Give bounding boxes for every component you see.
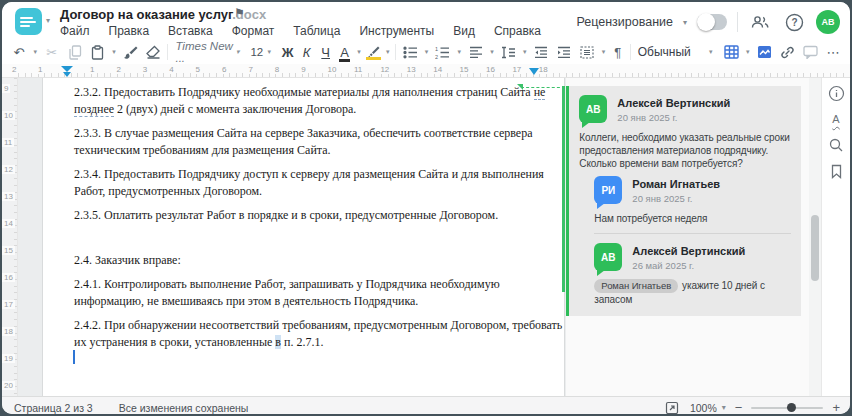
- menu-help[interactable]: Справка: [494, 24, 541, 38]
- bookmarks-button[interactable]: [825, 162, 847, 180]
- line-spacing-button[interactable]: [497, 41, 519, 63]
- font-size-select[interactable]: 12▾: [246, 42, 277, 62]
- paragraph-2-3-4: 2.3.4. Предоставить Подрядчику доступ к …: [74, 166, 552, 200]
- zoom-in-button[interactable]: +: [832, 401, 840, 414]
- header-right: Рецензирование ▾ ? АВ: [576, 10, 840, 34]
- mention-pill[interactable]: Роман Игнатьев: [594, 279, 678, 293]
- bullet-list-caret-icon[interactable]: ▾: [422, 48, 431, 56]
- ruler-number: 17: [2, 300, 15, 309]
- toolbar: ↶ ▾ ✂ ▾ Times New ...▾ 12▾ Ж К: [2, 40, 850, 64]
- font-color-caret-icon[interactable]: ▾: [355, 48, 364, 56]
- flag-icon[interactable]: ⚑: [234, 6, 245, 20]
- font-family-select[interactable]: Times New ...▾: [171, 42, 245, 62]
- ruler-number: 20: [2, 381, 15, 390]
- increase-indent-button[interactable]: [553, 41, 575, 63]
- cut-button[interactable]: ✂: [41, 41, 63, 63]
- highlight-button[interactable]: [364, 41, 382, 63]
- undo-caret-icon[interactable]: ▾: [31, 48, 40, 56]
- more-tools-button[interactable]: ⋯: [822, 41, 844, 63]
- scrollbar-thumb[interactable]: [811, 215, 819, 281]
- vertical-scrollbar[interactable]: [809, 78, 821, 396]
- menu-file[interactable]: Файл: [60, 24, 90, 38]
- ruler-number: 2: [10, 65, 18, 74]
- link-icon: [780, 45, 795, 60]
- v-ruler[interactable]: 91011121314151617181920: [2, 78, 18, 396]
- brush-icon: [123, 45, 138, 60]
- toggle-knob: [697, 13, 715, 31]
- insert-table-button[interactable]: [720, 41, 742, 63]
- left-indent-marker[interactable]: [63, 72, 71, 77]
- comment-thread-card[interactable]: АВ Алексей Вертинский 20 янв 2025 г. Кол…: [566, 86, 801, 316]
- menu-insert[interactable]: Вставка: [168, 24, 213, 38]
- search-button[interactable]: [825, 136, 847, 154]
- comment-date: 20 янв 2025 г.: [632, 193, 720, 204]
- underline-button[interactable]: Ч: [317, 41, 335, 63]
- comment-reply[interactable]: АВ Алексей Вертинский 26 май 2025 г. Ром…: [594, 243, 791, 306]
- menu-view[interactable]: Вид: [453, 24, 475, 38]
- menu-tools[interactable]: Инструменты: [359, 24, 434, 38]
- app-logo[interactable]: [15, 8, 42, 35]
- align-button[interactable]: [465, 41, 487, 63]
- format-painter-button[interactable]: [119, 41, 141, 63]
- comment[interactable]: АВ Алексей Вертинский 20 янв 2025 г. Кол…: [579, 95, 791, 170]
- zoom-slider[interactable]: [751, 407, 823, 409]
- font-size-caret-icon: ▾: [265, 48, 274, 56]
- undo-button[interactable]: ↶: [8, 41, 30, 63]
- paragraph-style-select[interactable]: Обычный▾: [634, 42, 720, 62]
- insert-image-button[interactable]: [753, 41, 775, 63]
- bold-button[interactable]: Ж: [279, 41, 297, 63]
- line-spacing-caret-icon[interactable]: ▾: [520, 48, 529, 56]
- align-caret-icon[interactable]: ▾: [488, 48, 497, 56]
- italic-button[interactable]: К: [298, 41, 316, 63]
- commented-text[interactable]: позднее: [74, 102, 114, 117]
- info-panel-button[interactable]: [825, 84, 847, 102]
- collaborators-button[interactable]: [748, 10, 772, 34]
- comment-reply[interactable]: РИ Роман Игнатьев 20 янв 2025 г. Нам пот…: [594, 176, 791, 225]
- insert-link-button[interactable]: [776, 41, 798, 63]
- decrease-indent-button[interactable]: [530, 41, 552, 63]
- help-button[interactable]: ?: [782, 10, 806, 34]
- highlight-caret-icon[interactable]: ▾: [383, 48, 392, 56]
- numbered-list-button[interactable]: 1 2: [432, 41, 454, 63]
- table-caret-icon[interactable]: ▾: [743, 48, 752, 56]
- spellcheck-button[interactable]: А: [825, 110, 847, 128]
- menu-format[interactable]: Формат: [232, 24, 275, 38]
- bullet-list-button[interactable]: [399, 41, 421, 63]
- paste-button[interactable]: [87, 41, 109, 63]
- h-ruler[interactable]: 21123456789101112131415161718: [2, 64, 850, 78]
- right-indent-marker[interactable]: [529, 68, 539, 75]
- copy-button[interactable]: [64, 41, 86, 63]
- paste-caret-icon[interactable]: ▾: [110, 48, 119, 56]
- zoom-out-button[interactable]: −: [735, 401, 743, 414]
- comment-author: Роман Игнатьев: [632, 176, 720, 190]
- text-cursor: [73, 350, 75, 364]
- zoom-slider-handle[interactable]: [787, 403, 796, 412]
- numbered-list-caret-icon[interactable]: ▾: [455, 48, 464, 56]
- review-caret-icon[interactable]: ▾: [683, 18, 687, 27]
- paragraph-settings-button[interactable]: [576, 41, 598, 63]
- app-window: ▾ Договор на оказание услуг.docx ⚑ Файл …: [2, 2, 850, 414]
- comment-divider: [594, 233, 791, 234]
- page-indicator[interactable]: Страница 2 из 3: [14, 402, 93, 414]
- ruler-number: 10: [2, 111, 15, 120]
- review-mode-dropdown[interactable]: Рецензирование: [576, 15, 673, 29]
- ruler-number: 13: [2, 192, 15, 201]
- review-toggle[interactable]: [697, 14, 727, 30]
- zoom-select[interactable]: 100%▾: [690, 402, 726, 414]
- ruler-number: 10: [326, 65, 339, 74]
- add-comment-button[interactable]: [799, 41, 821, 63]
- bullet-list-icon: [403, 46, 418, 59]
- paragraph-2-4-2: 2.4.2. При обнаружении несоответствий тр…: [74, 317, 552, 351]
- menu-table[interactable]: Таблица: [293, 24, 340, 38]
- clear-format-button[interactable]: [142, 41, 164, 63]
- menu-edit[interactable]: Правка: [109, 24, 150, 38]
- font-color-button[interactable]: А: [336, 41, 354, 63]
- user-avatar[interactable]: АВ: [816, 10, 840, 34]
- show-formatting-button[interactable]: ¶: [609, 41, 627, 63]
- fit-width-button[interactable]: [663, 399, 681, 415]
- paragraph-caret-icon[interactable]: ▾: [599, 48, 608, 56]
- document-page[interactable]: 2.3.2. Предоставить Подрядчику необходим…: [42, 78, 565, 408]
- people-icon: [750, 14, 770, 30]
- logo-menu-caret-icon[interactable]: ▾: [46, 16, 50, 25]
- comment-avatar: РИ: [594, 176, 622, 204]
